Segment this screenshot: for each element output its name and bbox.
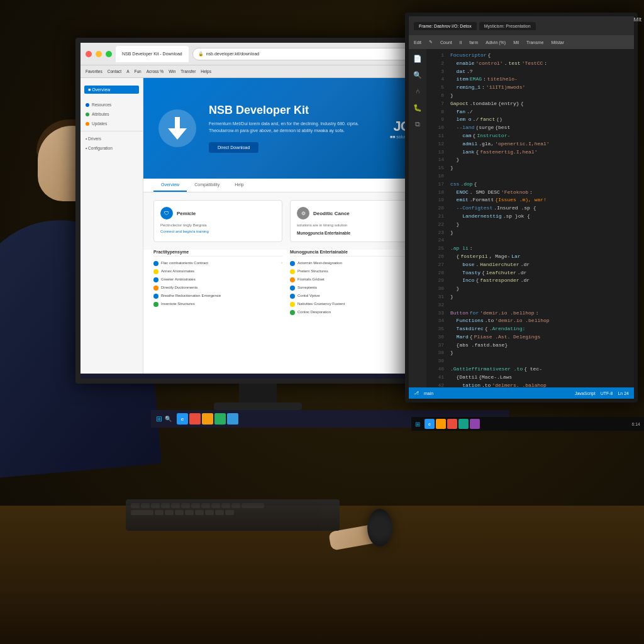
- right-app-1[interactable]: e: [425, 419, 435, 429]
- browser-address-bar[interactable]: 🔒 nsb.developer.kit/download: [192, 48, 411, 60]
- list-icon-6: [153, 302, 158, 307]
- sidebar-item-attributes[interactable]: Attributes: [80, 109, 143, 119]
- list-text-4: Directly Ductionments: [161, 285, 197, 290]
- right-app-3[interactable]: [447, 419, 457, 429]
- right-app-5[interactable]: [470, 419, 480, 429]
- menu-a[interactable]: A: [126, 69, 129, 74]
- tab-compatibility[interactable]: Compatibility: [187, 179, 227, 192]
- list-col-2: Munogpuncia Entertainable Actormin Mext-…: [290, 250, 419, 318]
- sidebar-search-icon[interactable]: 🔍: [412, 69, 423, 80]
- menu-across[interactable]: Across %: [147, 69, 164, 74]
- sidebar-extensions-icon[interactable]: ⧉: [412, 118, 423, 130]
- list-section: Practitypensyme Flac combatorients Contr…: [143, 250, 429, 325]
- left-monitor-base: [214, 402, 302, 410]
- right-monitor-taskbar: ⊞ e 6:14: [411, 417, 644, 431]
- list2-text-1: Actormin Mext-designation: [297, 260, 342, 265]
- code-tab-1[interactable]: Frame: Dashrov I/O: Detox: [414, 22, 477, 30]
- menu-il[interactable]: Il: [460, 40, 462, 45]
- menu-milstar[interactable]: Milstar: [551, 40, 564, 45]
- list-text-1: Flac combatorients Contract: [161, 260, 208, 265]
- sidebar-files-icon[interactable]: 📄: [412, 53, 423, 64]
- list-item[interactable]: Annex Anonsimates: [153, 269, 282, 274]
- browser-close-dot[interactable]: [86, 51, 92, 57]
- list-icon-2: [153, 269, 158, 274]
- list-item[interactable]: Contoc Desporation: [290, 309, 419, 315]
- sidebar-git-icon[interactable]: ⑃: [412, 86, 423, 97]
- menu-transfer[interactable]: Transfer: [180, 69, 196, 74]
- speaker: [367, 509, 392, 547]
- menu-count[interactable]: Count: [440, 40, 452, 45]
- right-taskbar-apps: e: [425, 419, 480, 429]
- card-pemicle: 🛡 Pemicle Pectinclector tingly Berginia …: [153, 200, 282, 242]
- list-item[interactable]: Frontals Gridset: [290, 277, 419, 282]
- card-deoditic: ⚙ Deoditic Cance solutions are in timing…: [290, 200, 419, 242]
- hero-download-button[interactable]: Direct Download: [209, 142, 258, 153]
- list2-icon-7: [290, 310, 295, 315]
- card-deoditic-subtitle: solutions are in timing solution: [297, 223, 412, 227]
- sidebar-item-configuration[interactable]: • Configuration: [80, 143, 143, 153]
- list-item[interactable]: Surreptents: [290, 285, 419, 291]
- right-app-2[interactable]: [436, 419, 446, 429]
- menu-contact[interactable]: Contact: [108, 69, 121, 74]
- list-col-1-title: Practitypensyme: [153, 250, 282, 257]
- list-arrow-1: ›: [281, 260, 282, 264]
- list-item[interactable]: Nativities Gruntency Fustent: [290, 301, 419, 307]
- list-item[interactable]: Directly Ductionments: [153, 285, 282, 291]
- list2-text-2: Pretern Structures: [297, 269, 328, 274]
- left-monitor-stand: [239, 384, 277, 402]
- sidebar-item-drivers[interactable]: • Drivers: [80, 134, 143, 143]
- list-item[interactable]: Actormin Mext-designation ›: [290, 260, 419, 266]
- code-tab-2[interactable]: Mysticism: Presentation: [479, 22, 536, 30]
- menu-transme[interactable]: Transme: [526, 40, 543, 45]
- card-deoditic-sublabel: Munogpuncia Entertainable: [297, 231, 412, 235]
- list-item[interactable]: Contol Vptive: [290, 293, 419, 299]
- list2-icon-6: [290, 302, 295, 307]
- menu-edit[interactable]: Edit: [414, 40, 421, 45]
- list2-icon-3: [290, 277, 295, 282]
- status-ln: Ln 24: [618, 391, 629, 396]
- list-icon-1: [153, 261, 158, 266]
- sidebar-debug-icon[interactable]: 🐛: [412, 102, 423, 113]
- right-win-icon[interactable]: ⊞: [415, 421, 420, 428]
- menu-favorites[interactable]: Favorites: [86, 69, 103, 74]
- list-item[interactable]: Greeter Aministrates: [153, 277, 282, 282]
- menu-mil[interactable]: Mil: [513, 40, 519, 45]
- menu-pencil[interactable]: ✎: [429, 40, 433, 45]
- list2-text-7: Contoc Desporation: [297, 309, 331, 314]
- list-text-5: Breathe Reductionation Emergence: [161, 293, 221, 298]
- sidebar-item-resources[interactable]: Resources: [80, 100, 143, 109]
- left-monitor-screen: NSB Developer Kit - Download 🔒 nsb.devel…: [75, 38, 434, 384]
- browser-content-area: ■ Overview Resources Attributes Updates …: [80, 78, 429, 374]
- code-line-numbers: 12345 678910 1112131415 1617181920 21222…: [426, 49, 445, 387]
- right-taskbar-time: 6:14: [631, 422, 640, 426]
- tab-help[interactable]: Help: [227, 179, 251, 192]
- sidebar-dot-resources: [86, 103, 89, 107]
- status-branch-icon: ⎇: [414, 391, 419, 396]
- browser-max-dot[interactable]: [106, 51, 112, 57]
- menu-helps[interactable]: Helps: [201, 69, 211, 74]
- card-pemicle-link[interactable]: Connect and begin/a training: [160, 230, 275, 233]
- menu-adivin[interactable]: Adivin (%): [486, 40, 506, 45]
- sidebar-item-updates[interactable]: Updates: [80, 119, 143, 128]
- code-status-bar: ⎇ main JavaScript UTF-8 Ln 24: [409, 387, 634, 399]
- card-deoditic-title: Deoditic Cance: [313, 211, 350, 216]
- menu-farm[interactable]: farm: [469, 40, 478, 45]
- right-app-4[interactable]: [458, 419, 469, 429]
- browser-tab[interactable]: NSB Developer Kit - Download: [116, 46, 189, 62]
- list-item[interactable]: Flac combatorients Contract ›: [153, 260, 282, 266]
- status-lang: JavaScript: [575, 391, 596, 396]
- list-item[interactable]: Pretern Structures: [290, 269, 419, 274]
- menu-fun[interactable]: Fun: [134, 69, 141, 74]
- hero-description: Fermentum Met/Dui lorem data and, en for…: [209, 121, 377, 134]
- tab-overview[interactable]: Overview: [153, 179, 187, 192]
- list-item[interactable]: Inventote Structures: [153, 301, 282, 307]
- list2-text-4: Surreptents: [297, 285, 317, 290]
- status-encoding: UTF-8: [601, 391, 613, 396]
- menu-win[interactable]: Win: [169, 69, 175, 74]
- card-deoditic-header: ⚙ Deoditic Cance: [297, 207, 412, 219]
- code-editor: Frame: Dashrov I/O: Detox Mysticism: Pre…: [409, 16, 634, 399]
- list2-icon-4: [290, 286, 295, 291]
- browser-min-dot[interactable]: [96, 51, 102, 57]
- sidebar-main-btn[interactable]: ■ Overview: [84, 86, 139, 94]
- list-item[interactable]: Breathe Reductionation Emergence: [153, 293, 282, 299]
